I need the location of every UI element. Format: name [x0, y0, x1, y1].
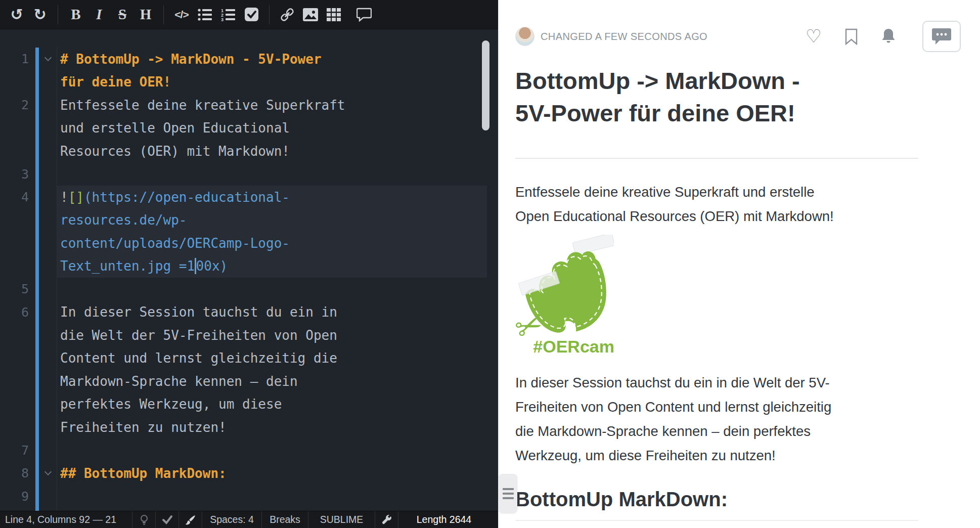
- brush-icon[interactable]: [179, 511, 202, 528]
- code-segment: []: [68, 190, 84, 205]
- linebreak-setting[interactable]: Breaks: [262, 511, 308, 528]
- preview-header: CHANGED A FEW SECONDS AGO ♡: [515, 20, 961, 53]
- code-line[interactable]: Text_unten.jpg =100x): [57, 255, 487, 278]
- editor-row[interactable]: resources.de/wp-: [0, 209, 498, 232]
- code-segment: Freiheiten zu nutzen!: [60, 420, 227, 435]
- toolbar-divider: [58, 5, 58, 24]
- code-icon[interactable]: </>: [170, 4, 193, 26]
- redo-icon[interactable]: ↻: [28, 4, 52, 26]
- code-segment: # BottomUp -> MarkDown - 5V-Power: [60, 52, 322, 67]
- bookmark-icon[interactable]: [845, 28, 858, 45]
- section-divider: [515, 520, 918, 521]
- editor-row[interactable]: 8## BottomUp MarkDown:: [0, 462, 498, 485]
- code-line[interactable]: [57, 439, 487, 462]
- bell-icon[interactable]: [881, 28, 896, 45]
- italic-icon[interactable]: I: [87, 4, 111, 26]
- editor-row[interactable]: 6In dieser Session tauchst du ein in: [0, 301, 498, 324]
- strikethrough-icon[interactable]: S: [111, 4, 134, 26]
- keymap-setting[interactable]: SUBLIME: [308, 511, 375, 528]
- code-line[interactable]: die Welt der 5V-Freiheiten von Open: [57, 324, 487, 347]
- editor-row[interactable]: für deine OER!: [0, 71, 498, 94]
- code-line[interactable]: ## BottomUp MarkDown:: [57, 462, 487, 485]
- change-indicator-bar: [35, 370, 39, 393]
- code-line[interactable]: Content und lernst gleichzeitig die: [57, 347, 487, 370]
- editor-row[interactable]: Freiheiten zu nutzen!: [0, 416, 498, 439]
- editor-row[interactable]: perfektes Werkzeug, um diese: [0, 393, 498, 416]
- code-line[interactable]: content/uploads/OERCamp-Logo-: [57, 232, 487, 255]
- code-segment: Text_unten.jpg =1: [60, 258, 195, 274]
- code-line[interactable]: [57, 485, 487, 508]
- svg-text:3: 3: [221, 17, 224, 21]
- heading-icon[interactable]: H: [134, 4, 157, 26]
- editor-row[interactable]: 4![](https://open-educational-: [0, 186, 498, 209]
- pane-drag-handle[interactable]: [499, 474, 517, 513]
- markdown-editor[interactable]: 1# BottomUp -> MarkDown - 5V-Powerfür de…: [0, 29, 498, 511]
- editor-row[interactable]: 5: [0, 278, 498, 301]
- lightbulb-icon[interactable]: [132, 511, 156, 528]
- code-line[interactable]: Freiheiten zu nutzen!: [57, 416, 487, 439]
- preview-pane: CHANGED A FEW SECONDS AGO ♡: [498, 0, 980, 528]
- editor-row[interactable]: Content und lernst gleichzeitig die: [0, 347, 498, 370]
- code-segment: ## BottomUp MarkDown:: [60, 466, 227, 481]
- code-line[interactable]: # BottomUp -> MarkDown - 5V-Power: [57, 48, 487, 71]
- toolbar-format-group: B I S H: [64, 4, 157, 26]
- undo-icon[interactable]: ↺: [5, 4, 28, 26]
- editor-row[interactable]: Markdown-Sprache kennen – dein: [0, 370, 498, 393]
- editor-row[interactable]: 7: [0, 439, 498, 462]
- code-line[interactable]: perfektes Werkzeug, um diese: [57, 393, 487, 416]
- checklist-icon[interactable]: [240, 4, 263, 26]
- code-line[interactable]: resources.de/wp-: [57, 209, 487, 232]
- editor-toolbar: ↺ ↻ B I S H </>: [0, 0, 498, 29]
- editor-row[interactable]: content/uploads/OERCamp-Logo-: [0, 232, 498, 255]
- code-line[interactable]: Markdown-Sprache kennen – dein: [57, 370, 487, 393]
- code-line[interactable]: Entfessele deine kreative Superkraft: [57, 94, 487, 117]
- image-icon[interactable]: [299, 4, 322, 26]
- ordered-list-icon[interactable]: 1 2 3: [216, 4, 240, 26]
- table-icon[interactable]: [322, 4, 345, 26]
- code-segment: Content und lernst gleichzeitig die: [60, 350, 337, 366]
- avatar[interactable]: [515, 27, 534, 46]
- indent-setting[interactable]: Spaces: 4: [202, 511, 262, 528]
- editor-row[interactable]: 10**Verwahren & Vervielfältigen**: [0, 508, 498, 511]
- code-line[interactable]: [57, 163, 487, 186]
- editor-statusbar: Line 4, Columns 92 — 21 Spaces:: [0, 511, 498, 528]
- comment-bubble-icon[interactable]: [922, 21, 961, 52]
- fold-chevron-icon[interactable]: [39, 472, 57, 474]
- intro-paragraph: Entfessele deine kreative Superkraft und…: [515, 180, 918, 229]
- editor-row[interactable]: 1# BottomUp -> MarkDown - 5V-Power: [0, 48, 498, 71]
- bold-icon[interactable]: B: [64, 4, 87, 26]
- unordered-list-icon[interactable]: [193, 4, 216, 26]
- line-number: 9: [0, 489, 29, 504]
- change-indicator-bar: [35, 48, 39, 71]
- code-line[interactable]: ![](https://open-educational-: [57, 186, 487, 209]
- heart-icon[interactable]: ♡: [806, 27, 822, 46]
- code-line[interactable]: **Verwahren & Vervielfältigen**: [57, 508, 487, 511]
- change-indicator-bar: [35, 462, 39, 485]
- change-indicator-bar: [35, 140, 39, 163]
- code-line[interactable]: und erstelle Open Educational: [57, 117, 487, 140]
- code-line[interactable]: für deine OER!: [57, 71, 487, 94]
- editor-row[interactable]: Resources (OER) mit Markdown!: [0, 140, 498, 163]
- change-indicator-bar: [35, 71, 39, 94]
- preview-content: BottomUp -> MarkDown -5V-Power für deine…: [515, 65, 918, 521]
- code-line[interactable]: In dieser Session tauchst du ein in: [57, 301, 487, 324]
- link-icon[interactable]: [276, 4, 299, 26]
- change-indicator-bar: [35, 255, 39, 278]
- code-line[interactable]: Resources (OER) mit Markdown!: [57, 140, 487, 163]
- editor-row[interactable]: 3: [0, 163, 498, 186]
- change-indicator-bar: [35, 393, 39, 416]
- fold-chevron-icon[interactable]: [39, 58, 57, 60]
- editor-row[interactable]: und erstelle Open Educational: [0, 117, 498, 140]
- editor-scrollbar[interactable]: [482, 40, 489, 130]
- editor-row[interactable]: die Welt der 5V-Freiheiten von Open: [0, 324, 498, 347]
- editor-row[interactable]: 2Entfessele deine kreative Superkraft: [0, 94, 498, 117]
- change-indicator-bar: [35, 163, 39, 186]
- code-line[interactable]: [57, 278, 487, 301]
- wrench-icon[interactable]: [375, 511, 398, 528]
- toolbar-insert-group: [276, 4, 376, 26]
- editor-row[interactable]: 9: [0, 485, 498, 508]
- editor-rows: 1# BottomUp -> MarkDown - 5V-Powerfür de…: [0, 48, 498, 511]
- editor-row[interactable]: Text_unten.jpg =100x): [0, 255, 498, 278]
- check-icon[interactable]: [156, 511, 179, 528]
- comment-icon[interactable]: [352, 4, 376, 26]
